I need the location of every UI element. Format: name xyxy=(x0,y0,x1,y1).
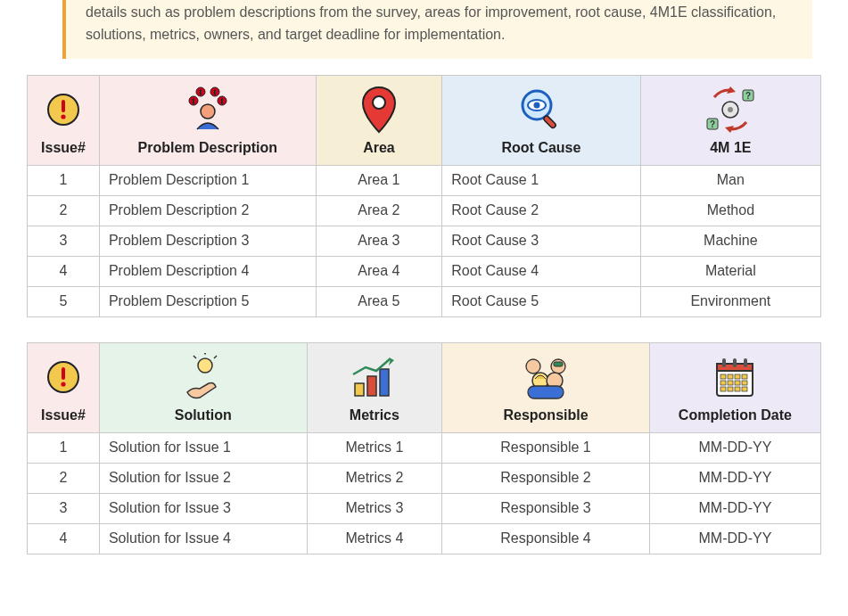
alert-icon xyxy=(45,352,81,402)
calendar-icon xyxy=(712,352,757,402)
growth-chart-icon xyxy=(350,352,399,402)
svg-point-18 xyxy=(728,107,733,112)
svg-rect-41 xyxy=(528,386,564,398)
svg-rect-45 xyxy=(722,358,726,367)
table-row: 4Problem Description 4Area 4Root Cause 4… xyxy=(28,256,821,286)
svg-rect-49 xyxy=(728,374,733,379)
cell-completion: MM-DD-YY xyxy=(649,523,820,554)
process-cycle-icon: ? ? xyxy=(704,85,757,135)
svg-rect-33 xyxy=(355,383,364,396)
col-responsible: Responsible xyxy=(442,342,650,432)
svg-rect-51 xyxy=(742,374,747,379)
svg-rect-58 xyxy=(735,387,740,391)
location-pin-icon xyxy=(361,85,397,135)
cell-completion: MM-DD-YY xyxy=(649,493,820,523)
svg-rect-50 xyxy=(735,374,740,379)
cell-4m1e: Method xyxy=(640,195,820,226)
cell-4m1e: Machine xyxy=(640,226,820,256)
svg-rect-48 xyxy=(720,374,726,379)
cell-issue: 2 xyxy=(28,463,100,493)
col-solution: Solution xyxy=(99,342,307,432)
svg-rect-42 xyxy=(554,362,563,366)
col-issue: Issue# xyxy=(28,342,100,432)
cell-solution: Solution for Issue 1 xyxy=(99,432,307,463)
svg-text:?: ? xyxy=(745,91,751,101)
table-row: 2Solution for Issue 2Metrics 2Responsibl… xyxy=(28,463,821,493)
svg-point-15 xyxy=(533,102,539,108)
cell-metrics: Metrics 3 xyxy=(307,493,442,523)
svg-point-3 xyxy=(201,104,215,119)
table-row: 3Problem Description 3Area 3Root Cause 3… xyxy=(28,226,821,256)
svg-point-2 xyxy=(61,114,65,119)
col-label: Metrics xyxy=(350,407,399,423)
cell-responsible: Responsible 3 xyxy=(442,493,650,523)
cell-problem: Problem Description 5 xyxy=(99,286,316,316)
cell-metrics: Metrics 4 xyxy=(307,523,442,554)
cell-root: Root Cause 5 xyxy=(442,286,641,316)
idea-hand-icon xyxy=(178,352,228,402)
magnifier-eye-icon xyxy=(517,85,565,135)
cell-problem: Problem Description 1 xyxy=(99,165,316,195)
svg-rect-46 xyxy=(733,358,737,367)
cell-responsible: Responsible 1 xyxy=(442,432,650,463)
col-area: Area xyxy=(316,75,442,165)
cell-4m1e: Material xyxy=(640,256,820,286)
cell-area: Area 4 xyxy=(316,256,442,286)
table-header-row: Issue# Solution xyxy=(28,342,821,432)
col-label: Completion Date xyxy=(679,407,792,423)
svg-rect-57 xyxy=(728,387,733,391)
cell-metrics: Metrics 1 xyxy=(307,432,442,463)
cell-issue: 3 xyxy=(28,226,100,256)
person-alerts-icon: ! ! ! ! xyxy=(181,85,235,135)
svg-rect-34 xyxy=(367,376,376,396)
svg-text:!: ! xyxy=(214,89,216,95)
svg-point-27 xyxy=(61,382,65,386)
table-row: 1Solution for Issue 1Metrics 1Responsibl… xyxy=(28,432,821,463)
cell-solution: Solution for Issue 2 xyxy=(99,463,307,493)
svg-rect-16 xyxy=(543,115,557,129)
col-4m1e: ? ? 4M 1E xyxy=(640,75,820,165)
table-row: 3Solution for Issue 3Metrics 3Responsibl… xyxy=(28,493,821,523)
cell-area: Area 1 xyxy=(316,165,442,195)
col-label: Root Cause xyxy=(502,140,581,156)
table-row: 4Solution for Issue 4Metrics 4Responsibl… xyxy=(28,523,821,554)
cell-root: Root Cause 1 xyxy=(442,165,641,195)
col-problem: ! ! ! ! Problem Description xyxy=(99,75,316,165)
cell-completion: MM-DD-YY xyxy=(649,463,820,493)
svg-rect-1 xyxy=(62,100,65,112)
cell-root: Root Cause 3 xyxy=(442,226,641,256)
cell-area: Area 3 xyxy=(316,226,442,256)
cell-issue: 2 xyxy=(28,195,100,226)
table-row: 5Problem Description 5Area 5Root Cause 5… xyxy=(28,286,821,316)
cell-area: Area 2 xyxy=(316,195,442,226)
issues-table-1: Issue# ! ! ! ! xyxy=(27,75,821,317)
intro-callout: details such as problem descriptions fro… xyxy=(62,0,812,59)
cell-root: Root Cause 2 xyxy=(442,195,641,226)
cell-area: Area 5 xyxy=(316,286,442,316)
col-label: Problem Description xyxy=(138,140,277,156)
svg-text:?: ? xyxy=(710,119,715,129)
svg-rect-53 xyxy=(728,381,733,385)
svg-text:!: ! xyxy=(193,98,194,104)
cell-solution: Solution for Issue 3 xyxy=(99,493,307,523)
svg-rect-56 xyxy=(720,387,726,391)
issues-table-2: Issue# Solution xyxy=(27,342,821,554)
cell-root: Root Cause 4 xyxy=(442,256,641,286)
cell-issue: 3 xyxy=(28,493,100,523)
cell-issue: 4 xyxy=(28,523,100,554)
table-row: 1Problem Description 1Area 1Root Cause 1… xyxy=(28,165,821,195)
col-completion: Completion Date xyxy=(649,342,820,432)
team-people-icon xyxy=(517,352,574,402)
svg-point-37 xyxy=(526,359,540,374)
cell-problem: Problem Description 3 xyxy=(99,226,316,256)
cell-issue: 1 xyxy=(28,432,100,463)
col-label: Solution xyxy=(175,407,232,423)
col-label: Area xyxy=(363,140,395,156)
alert-icon xyxy=(45,85,81,135)
cell-4m1e: Man xyxy=(640,165,820,195)
svg-line-30 xyxy=(193,356,196,358)
col-label: 4M 1E xyxy=(710,140,751,156)
svg-rect-52 xyxy=(720,381,726,385)
svg-rect-26 xyxy=(62,367,65,380)
svg-line-31 xyxy=(214,356,217,358)
